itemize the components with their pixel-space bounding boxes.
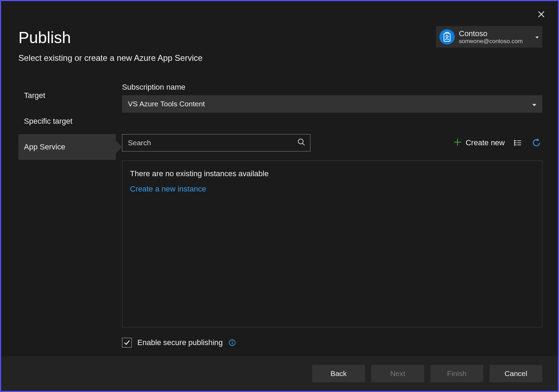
next-button: Next [371, 365, 424, 382]
page-subtitle: Select existing or create a new Azure Ap… [18, 53, 203, 63]
secure-publishing-checkbox[interactable] [122, 338, 132, 348]
account-email: someone@contoso.com [459, 38, 523, 45]
finish-button: Finish [430, 365, 483, 382]
check-icon [124, 340, 130, 346]
page-title: Publish [18, 28, 203, 47]
account-selector[interactable]: Contoso someone@contoso.com [436, 26, 542, 48]
create-new-button[interactable]: Create new [454, 138, 505, 148]
cancel-button[interactable]: Cancel [489, 365, 542, 382]
badge-icon [443, 32, 452, 42]
account-dropdown-caret [533, 34, 539, 40]
step-app-service[interactable]: App Service [18, 134, 116, 160]
secure-publishing-row: Enable secure publishing [122, 338, 542, 348]
tree-view-button[interactable] [512, 137, 524, 149]
create-new-label: Create new [465, 138, 505, 147]
step-label: Specific target [24, 117, 72, 126]
subscription-dropdown[interactable]: VS Azure Tools Content [122, 95, 542, 113]
create-instance-link[interactable]: Create a new instance [130, 185, 206, 194]
back-button[interactable]: Back [312, 365, 365, 382]
svg-line-5 [302, 143, 305, 145]
publish-dialog: Contoso someone@contoso.com Publish Sele… [0, 0, 559, 392]
svg-point-15 [232, 341, 233, 342]
refresh-button[interactable] [530, 137, 542, 149]
account-org: Contoso [459, 29, 523, 38]
step-target[interactable]: Target [18, 83, 116, 108]
empty-instances-message: There are no existing instances availabl… [130, 169, 534, 178]
tree-icon [513, 139, 522, 147]
step-label: App Service [24, 142, 65, 152]
step-label: Target [24, 91, 45, 100]
chevron-down-icon [532, 100, 536, 108]
button-label: Cancel [504, 369, 527, 378]
close-button[interactable] [535, 8, 548, 21]
step-specific-target[interactable]: Specific target [18, 108, 116, 134]
close-icon [538, 11, 545, 18]
button-label: Next [390, 369, 405, 378]
instances-panel: There are no existing instances availabl… [122, 161, 542, 327]
search-input[interactable] [127, 138, 298, 147]
search-row: Create new [122, 134, 542, 152]
svg-rect-16 [232, 342, 233, 345]
account-labels: Contoso someone@contoso.com [459, 29, 523, 45]
heading: Publish Select existing or create a new … [18, 28, 203, 63]
refresh-icon [532, 138, 541, 147]
button-label: Finish [447, 369, 467, 378]
svg-point-4 [298, 139, 303, 144]
subscription-value: VS Azure Tools Content [128, 100, 205, 108]
dialog-footer: Back Next Finish Cancel [1, 356, 558, 391]
search-box[interactable] [122, 134, 310, 152]
button-label: Back [331, 369, 347, 378]
search-icon [298, 138, 305, 147]
subscription-label: Subscription name [122, 83, 542, 92]
account-avatar [439, 29, 455, 44]
svg-point-3 [446, 35, 448, 38]
info-icon[interactable] [228, 339, 236, 346]
secure-publishing-label: Enable secure publishing [137, 338, 223, 347]
wizard-steps: Target Specific target App Service [18, 83, 116, 160]
chevron-down-icon [535, 36, 539, 39]
plus-icon [454, 138, 461, 148]
main-column: Subscription name VS Azure Tools Content [122, 83, 542, 348]
